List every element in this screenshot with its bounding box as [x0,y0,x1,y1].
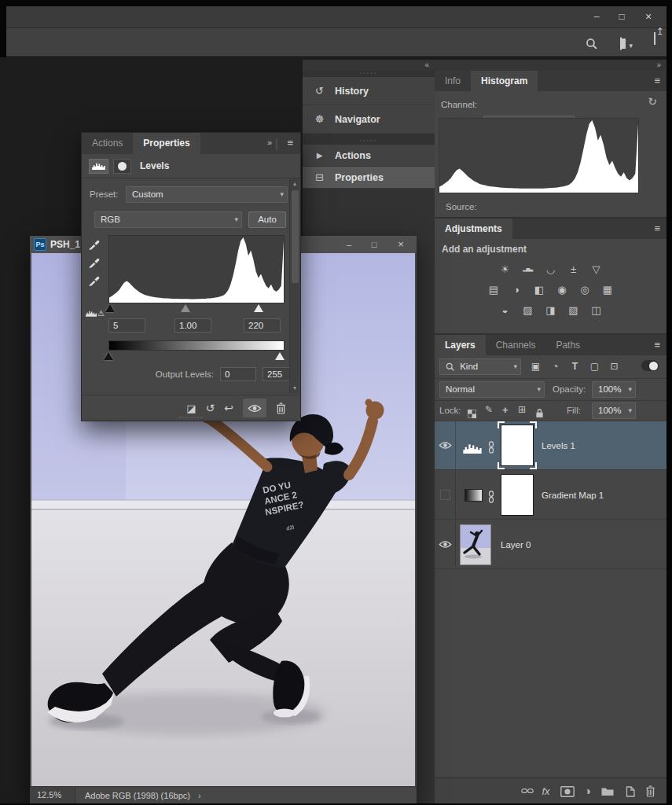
layer-row-layer-0[interactable]: Layer 0 [435,520,666,569]
invert-icon[interactable]: ◒ [498,303,513,318]
doc-maximize-button[interactable]: □ [365,237,384,252]
panel-menu-icon[interactable]: ≡ [287,137,293,149]
scroll-up-icon[interactable]: ▴ [290,180,299,187]
add-layer-mask-icon[interactable] [560,784,575,798]
layer-visibility-toggle[interactable] [435,471,456,519]
black-white-icon[interactable]: ◧ [531,283,547,297]
float-tabbar[interactable]: Actions Properties » | ≡ [82,133,300,154]
black-input-field[interactable] [108,318,145,333]
lock-artboard-icon[interactable]: ⊞ [518,404,526,415]
tab-properties[interactable]: Properties [133,133,200,154]
clip-to-layer-icon[interactable]: ◪ [186,402,196,414]
gradient-map-icon[interactable]: ◫ [589,303,604,318]
scroll-down-icon[interactable]: ▾ [290,384,299,391]
layer-mask-thumbnail[interactable] [501,474,534,516]
delete-adjustment-icon[interactable] [276,401,286,415]
tab-channels[interactable]: Channels [486,335,546,355]
mask-link-icon[interactable] [488,489,494,503]
link-layers-icon[interactable] [521,788,535,794]
channel-mixer-icon[interactable]: ◎ [577,283,593,297]
lock-all-icon[interactable] [535,406,544,420]
panel-menu-icon[interactable]: ≡ [654,222,660,234]
mask-link-icon[interactable] [488,439,494,454]
workspace-chevron-icon[interactable]: ▾ [629,39,633,53]
vibrance-icon[interactable]: ▽ [589,263,604,277]
gray-point-eyedropper-icon[interactable] [88,255,100,269]
workspace-icon[interactable] [620,37,622,51]
app-maximize-button[interactable]: □ [611,9,632,24]
doc-close-button[interactable]: × [391,237,410,252]
hue-saturation-icon[interactable]: ▤ [486,283,501,297]
cached-data-warning-icon[interactable]: ⚠ [86,309,105,318]
fill-select[interactable]: 100% ▾ [592,402,636,419]
posterize-icon[interactable]: ▨ [520,303,536,318]
layer-name[interactable]: Layer 0 [501,520,531,569]
status-chevron-icon[interactable]: › [198,791,201,800]
white-point-eyedropper-icon[interactable] [88,273,100,287]
collapse-dock-icon[interactable]: » [656,61,661,69]
photo-filter-icon[interactable]: ◉ [554,283,570,297]
panel-scrollbar[interactable]: ▴ ▾ [289,178,299,393]
selective-color-icon[interactable]: ▧ [566,303,582,318]
tab-actions[interactable]: Actions [82,133,133,154]
black-input-slider[interactable] [105,304,115,312]
filter-shape-layers-icon[interactable]: ▢ [588,358,601,374]
output-white-slider[interactable] [275,352,285,360]
new-adjustment-layer-icon[interactable]: ◑ [585,785,591,797]
lock-image-brush-icon[interactable]: ✎ [485,404,493,415]
toggle-visibility-eye-icon[interactable] [243,399,266,417]
layer-visibility-toggle[interactable] [435,421,456,469]
panel-menu-icon[interactable]: ≡ [654,339,660,351]
zoom-level-field[interactable]: 12.5% [30,787,75,803]
filter-pixel-layers-icon[interactable]: ▣ [529,358,542,374]
tab-layers[interactable]: Layers [435,335,486,355]
app-minimize-button[interactable]: – [586,9,607,24]
sidebar-item-history[interactable]: ↺ History [303,77,435,105]
levels-channel-select[interactable]: RGB ▾ [94,211,242,228]
doc-minimize-button[interactable]: – [340,237,358,252]
view-previous-state-icon[interactable]: ↺ [206,402,215,414]
layer-mask-thumbnail[interactable] [501,425,534,466]
layer-row-levels-1[interactable]: Levels 1 [435,421,666,470]
mask-badge-icon[interactable] [113,159,131,174]
reset-adjustment-icon[interactable]: ↩ [224,402,233,414]
brightness-contrast-icon[interactable]: ☀ [498,263,513,277]
gamma-input-field[interactable] [174,318,211,333]
filter-adjustment-layers-icon[interactable]: ◔ [549,358,562,374]
white-input-slider[interactable] [254,304,263,312]
kind-filter-select[interactable]: Kind ▾ [439,358,521,375]
dock-grip[interactable]: ••••• [303,71,435,77]
share-icon[interactable] [654,31,655,46]
scrollbar-thumb[interactable] [292,190,299,283]
layer-name[interactable]: Gradient Map 1 [542,471,604,520]
new-group-icon[interactable] [601,784,614,798]
gamma-input-slider[interactable] [181,304,190,312]
sidebar-item-properties[interactable]: ⊟ Properties [303,167,435,189]
new-layer-icon[interactable] [624,784,635,798]
lock-position-icon[interactable]: + [502,404,509,416]
tab-paths[interactable]: Paths [545,335,590,355]
threshold-icon[interactable]: ◨ [543,303,559,318]
tab-adjustments[interactable]: Adjustments [435,219,512,239]
curves-icon[interactable]: ◡ [543,263,559,277]
output-black-field[interactable] [220,367,256,381]
white-input-field[interactable] [244,318,281,333]
refresh-histogram-icon[interactable]: ↻ [648,95,657,108]
color-balance-icon[interactable]: ◑ [509,283,524,297]
opacity-select[interactable]: 100% ▾ [592,381,636,398]
expand-dock-icon[interactable]: « [424,61,429,69]
panel-menu-icon[interactable]: ≡ [654,75,660,86]
layer-style-fx-icon[interactable]: fx [542,785,549,797]
layer-image-thumbnail[interactable] [460,524,491,565]
layer-row-gradient-map-1[interactable]: Gradient Map 1 [435,471,666,520]
output-white-field[interactable] [263,367,291,381]
color-lookup-icon[interactable]: ▦ [600,283,615,297]
dock-grip[interactable]: ••••• [303,138,435,145]
layer-visibility-toggle[interactable] [435,520,456,568]
tab-info[interactable]: Info [435,71,471,91]
filter-type-layers-icon[interactable]: T [568,358,582,374]
auto-button[interactable]: Auto [248,211,286,228]
levels-adjustment-icon[interactable]: ▂▅▃ [520,263,536,277]
tab-histogram[interactable]: Histogram [471,71,538,91]
output-black-slider[interactable] [104,352,113,360]
